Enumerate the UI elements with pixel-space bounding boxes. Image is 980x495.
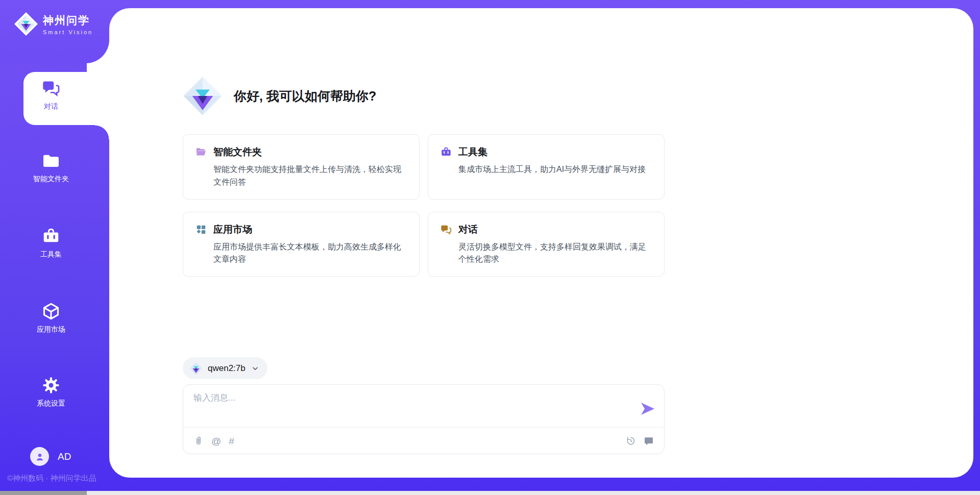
page-bottom-strip <box>0 491 980 495</box>
sidebar-item-label: 工具集 <box>40 250 62 259</box>
card-title: 对话 <box>458 223 478 236</box>
history-icon[interactable] <box>626 436 636 446</box>
brand-name: 神州问学 <box>43 13 93 28</box>
sidebar-item-smart-folder[interactable]: 智能文件夹 <box>0 152 102 184</box>
chevron-down-icon <box>252 365 259 372</box>
user-account[interactable]: AD <box>30 447 71 466</box>
sidebar-item-app-market[interactable]: 应用市场 <box>0 302 102 334</box>
card-chat[interactable]: 对话 灵活切换多模型文件，支持多样回复效果调试，满足个性化需求 <box>428 212 665 277</box>
composer-divider <box>183 427 664 428</box>
card-app-market[interactable]: 应用市场 应用市场提供丰富长文本模板，助力高效生成多样化文章内容 <box>183 212 420 277</box>
briefcase-icon <box>42 227 60 245</box>
copyright-text: ©神州数码 · 神州问学出品 <box>7 474 96 483</box>
chat-bubble-icon[interactable] <box>644 436 654 446</box>
brand-subtitle: Smart Vision <box>43 29 93 35</box>
message-input[interactable] <box>193 392 622 422</box>
card-smart-folder[interactable]: 智能文件夹 智能文件夹功能支持批量文件上传与清洗，轻松实现文件问答 <box>183 134 420 200</box>
sidebar-item-toolset[interactable]: 工具集 <box>0 227 102 259</box>
card-title: 工具集 <box>458 145 487 159</box>
hash-icon[interactable]: # <box>229 436 234 446</box>
model-gem-icon <box>189 362 203 375</box>
paperclip-icon[interactable] <box>193 436 204 446</box>
page-bottom-strip-left <box>0 491 87 495</box>
greeting-row: 你好, 我可以如何帮助你? <box>183 76 665 116</box>
card-description: 集成市场上主流工具，助力AI与外界无缝扩展与对接 <box>458 163 652 176</box>
sidebar-item-label: 应用市场 <box>37 325 65 334</box>
message-composer: @ # <box>183 384 665 454</box>
model-selector[interactable]: qwen2:7b <box>183 357 267 379</box>
feature-cards: 智能文件夹 智能文件夹功能支持批量文件上传与清洗，轻松实现文件问答 工具集 集成… <box>183 134 665 277</box>
card-title: 应用市场 <box>213 223 252 236</box>
sidebar-item-label: 智能文件夹 <box>33 175 69 184</box>
brand-text: 神州问学 Smart Vision <box>43 13 93 35</box>
assistant-gem-icon <box>183 76 223 116</box>
send-icon[interactable] <box>641 402 655 415</box>
sidebar-item-settings[interactable]: 系统设置 <box>0 376 102 408</box>
person-icon <box>34 451 45 462</box>
app-grid-icon <box>195 224 207 235</box>
briefcase-icon <box>440 146 452 158</box>
card-description: 应用市场提供丰富长文本模板，助力高效生成多样化文章内容 <box>213 241 407 266</box>
model-name: qwen2:7b <box>208 363 246 374</box>
folder-open-icon <box>195 146 207 158</box>
user-name: AD <box>58 451 71 462</box>
sidebar-item-chat[interactable]: 对话 <box>0 79 102 111</box>
composer-toolbar: @ # <box>193 434 654 448</box>
welcome-section: 你好, 我可以如何帮助你? 智能文件夹 智能文件夹功能支持批量文件上传与清洗，轻… <box>183 76 665 277</box>
gear-icon <box>42 376 60 394</box>
brand-logo: 神州问学 Smart Vision <box>14 12 93 36</box>
card-toolset[interactable]: 工具集 集成市场上主流工具，助力AI与外界无缝扩展与对接 <box>428 134 665 200</box>
brand-gem-icon <box>14 12 38 36</box>
chat-icon <box>42 79 60 97</box>
active-tab-notch <box>95 125 109 139</box>
card-title: 智能文件夹 <box>213 145 262 159</box>
card-description: 智能文件夹功能支持批量文件上传与清洗，轻松实现文件问答 <box>213 163 407 189</box>
cube-icon <box>42 302 60 320</box>
avatar <box>30 447 49 466</box>
sidebar-item-label: 系统设置 <box>37 399 65 408</box>
sidebar-item-label: 对话 <box>44 102 58 111</box>
folder-icon <box>42 152 60 170</box>
app-background: 神州问学 Smart Vision 对话 智能文件夹 工具集 <box>0 0 980 491</box>
at-icon[interactable]: @ <box>211 436 221 446</box>
card-description: 灵活切换多模型文件，支持多样回复效果调试，满足个性化需求 <box>458 241 652 266</box>
chat-icon <box>440 224 452 235</box>
greeting-text: 你好, 我可以如何帮助你? <box>234 88 376 105</box>
